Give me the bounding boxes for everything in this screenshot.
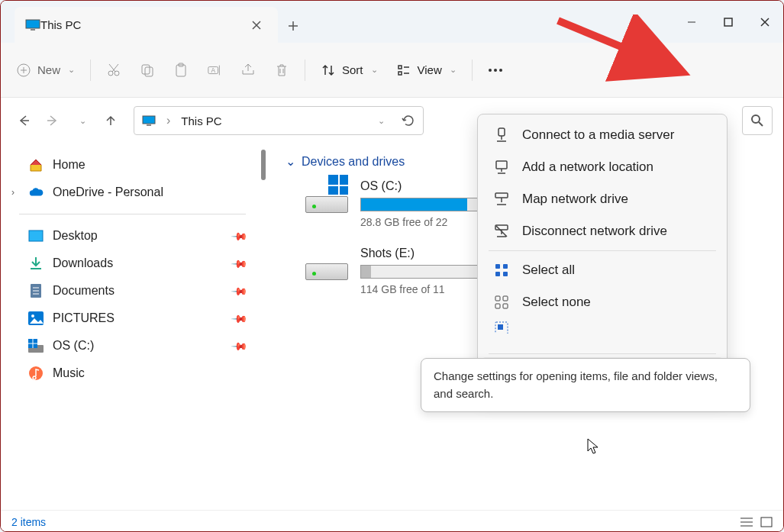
menu-select-none[interactable]: Select none [482,286,722,318]
navigation-pane: Home › OneDrive - Personal Desktop 📌 Dow… [1,143,264,510]
downloads-icon [28,256,44,271]
view-icon [396,63,411,78]
menu-separator [489,353,716,354]
svg-rect-20 [29,231,43,241]
svg-rect-0 [26,20,40,28]
pin-icon: 📌 [231,309,248,327]
menu-invert-selection[interactable] [482,318,722,334]
sidebar-onedrive[interactable]: › OneDrive - Personal [5,179,260,206]
svg-rect-39 [503,304,508,308]
select-none-icon [493,294,510,311]
cut-button[interactable] [97,58,131,82]
recent-button[interactable]: ⌄ [69,108,94,133]
breadcrumb-separator [163,114,173,127]
svg-rect-33 [503,264,508,269]
sidebar-os-c[interactable]: OS (C:) 📌 [5,332,260,360]
minimize-button[interactable] [673,1,710,43]
pictures-icon [28,311,44,326]
select-all-icon [493,262,510,279]
forward-button[interactable] [40,108,65,133]
pin-icon: 📌 [231,254,248,272]
sidebar-home[interactable]: Home [5,151,260,179]
menu-map-network-drive[interactable]: Map network drive [482,183,722,215]
monitor-icon [142,115,156,126]
search-button[interactable] [742,106,773,135]
view-button[interactable]: View ⌄ [387,58,466,82]
sidebar-item-label: Home [53,158,85,172]
svg-rect-7 [145,67,153,76]
refresh-button[interactable] [402,114,415,127]
menu-label: Disconnect network drive [522,224,667,239]
svg-rect-18 [147,124,151,126]
more-button[interactable] [479,58,512,82]
rename-button[interactable]: A [198,58,231,82]
share-icon [240,63,256,78]
titlebar: This PC [1,1,783,43]
share-button[interactable] [231,58,265,82]
sidebar-item-label: Music [53,366,85,380]
search-icon [750,114,764,127]
music-icon [28,366,44,381]
svg-point-19 [752,115,760,123]
maximize-button[interactable] [710,1,747,43]
copy-icon [140,63,155,78]
item-count: 2 items [11,516,46,528]
drive-icon [28,338,44,353]
up-button[interactable] [98,108,123,133]
sidebar-pictures[interactable]: PICTURES 📌 [5,305,260,332]
menu-properties[interactable]: Properties [482,334,722,350]
svg-rect-36 [495,296,500,301]
menu-label: Connect to a media server [522,127,674,143]
close-button[interactable] [747,1,783,43]
svg-point-23 [31,314,34,318]
window-controls [673,1,783,43]
menu-label: Add a network location [522,160,653,175]
svg-rect-41 [498,324,503,330]
chevron-right-icon[interactable]: › [11,187,15,198]
chevron-down-icon: ⌄ [286,154,295,169]
tiles-view-button[interactable] [760,517,773,527]
sidebar-documents[interactable]: Documents 📌 [5,277,260,305]
view-label: View [418,63,442,76]
network-location-icon [493,159,510,176]
back-button[interactable] [11,108,36,133]
menu-add-network-location[interactable]: Add a network location [482,151,722,183]
tooltip-text: Change settings for opening items, file … [434,369,718,400]
chevron-down-icon[interactable]: ⌄ [378,116,385,126]
new-button[interactable]: New ⌄ [7,58,84,82]
plus-circle-icon [16,63,31,78]
status-bar: 2 items [1,510,783,532]
map-drive-icon [493,191,510,208]
address-bar[interactable]: This PC ⌄ [134,106,424,135]
desktop-icon [28,228,44,243]
tab-close-button[interactable] [246,18,267,33]
svg-rect-27 [761,517,772,527]
sort-button[interactable]: Sort ⌄ [311,58,387,82]
menu-disconnect-network-drive[interactable]: Disconnect network drive [482,215,722,247]
invert-selection-icon [493,320,510,334]
sidebar-item-label: Desktop [53,229,98,243]
drive-icon [305,179,348,213]
paste-button[interactable] [164,58,198,82]
menu-connect-media-server[interactable]: Connect to a media server [482,119,722,151]
chevron-down-icon: ⌄ [79,116,86,126]
svg-point-14 [489,69,492,72]
copy-button[interactable] [131,58,164,82]
svg-rect-37 [503,296,508,301]
menu-select-all[interactable]: Select all [482,254,722,286]
details-view-button[interactable] [740,517,753,527]
tooltip: Change settings for opening items, file … [421,358,750,412]
sidebar-desktop[interactable]: Desktop 📌 [5,222,260,250]
scissors-icon [106,63,121,78]
sidebar-music[interactable]: Music [5,360,260,387]
breadcrumb-location[interactable]: This PC [181,114,221,127]
sidebar-downloads[interactable]: Downloads 📌 [5,250,260,277]
scrollbar-thumb[interactable] [261,150,266,180]
tab-this-pc[interactable]: This PC [15,7,278,43]
pin-icon: 📌 [231,337,248,354]
chevron-down-icon: ⌄ [450,65,457,75]
new-tab-button[interactable] [278,8,308,43]
delete-button[interactable] [265,58,298,82]
trash-icon [274,63,289,78]
svg-rect-38 [495,304,500,308]
